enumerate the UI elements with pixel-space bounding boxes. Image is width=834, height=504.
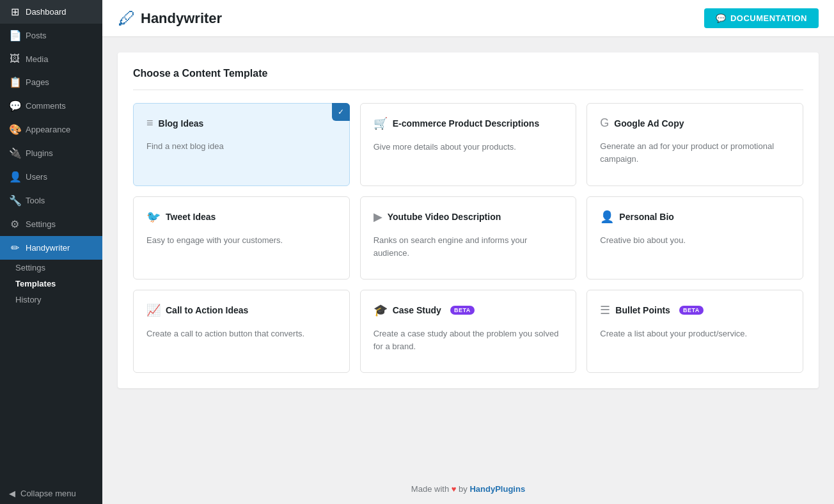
cards-grid: ✓ ≡ Blog Ideas Find a next blog idea 🛒 E… bbox=[133, 103, 803, 373]
card-title: Personal Bio bbox=[619, 212, 674, 222]
brand-icon: 🖊 bbox=[118, 8, 136, 29]
card-title: E-commerce Product Descriptions bbox=[393, 118, 540, 129]
card-desc: Give more details about your products. bbox=[374, 141, 563, 154]
appearance-icon: 🎨 bbox=[9, 123, 20, 136]
card-icon: 👤 bbox=[600, 210, 614, 224]
card-desc: Find a next blog idea bbox=[146, 140, 336, 153]
sidebar-item-media[interactable]: 🖼 Media bbox=[0, 47, 102, 70]
handyplugins-link[interactable]: HandyPlugins bbox=[469, 484, 525, 494]
sidebar-item-handywriter[interactable]: ✏ Handywriter bbox=[0, 236, 102, 260]
card-icon: G bbox=[600, 116, 609, 130]
sidebar-item-dashboard[interactable]: ⊞ Dashboard bbox=[0, 0, 102, 24]
card-icon: 🐦 bbox=[146, 210, 161, 224]
sidebar-sub-settings[interactable]: Settings bbox=[0, 260, 102, 276]
sidebar-item-appearance[interactable]: 🎨 Appearance bbox=[0, 118, 102, 141]
sidebar-item-posts[interactable]: 📄 Posts bbox=[0, 24, 102, 47]
posts-icon: 📄 bbox=[9, 29, 20, 42]
card-icon: 🛒 bbox=[374, 116, 388, 130]
topbar: 🖊 Handywriter 💬 DOCUMENTATION bbox=[102, 0, 834, 37]
card-case-study[interactable]: 🎓 Case Study BETA Create a case study ab… bbox=[360, 290, 577, 373]
brand-name: Handywriter bbox=[141, 10, 222, 27]
card-header: ☰ Bullet Points BETA bbox=[600, 303, 790, 317]
sidebar-item-tools[interactable]: 🔧 Tools bbox=[0, 189, 102, 212]
users-icon: 👤 bbox=[9, 171, 20, 183]
card-desc: Easy to engage with your customers. bbox=[146, 234, 336, 247]
card-title: Bullet Points bbox=[615, 305, 670, 315]
beta-badge: BETA bbox=[450, 306, 475, 315]
brand: 🖊 Handywriter bbox=[118, 8, 222, 29]
card-header: ≡ Blog Ideas bbox=[146, 116, 336, 130]
card-icon: ≡ bbox=[146, 116, 153, 130]
card-bullet-points[interactable]: ☰ Bullet Points BETA Create a list about… bbox=[586, 290, 803, 373]
card-header: 👤 Personal Bio bbox=[600, 210, 790, 224]
doc-icon: 💬 bbox=[716, 13, 727, 23]
card-tweet-ideas[interactable]: 🐦 Tweet Ideas Easy to engage with your c… bbox=[133, 196, 350, 280]
card-blog-ideas[interactable]: ✓ ≡ Blog Ideas Find a next blog idea bbox=[133, 103, 350, 186]
card-youtube-desc[interactable]: ▶ Youtube Video Description Ranks on sea… bbox=[360, 196, 577, 280]
sidebar: ⊞ Dashboard 📄 Posts 🖼 Media 📋 Pages 💬 Co… bbox=[0, 0, 102, 504]
documentation-button[interactable]: 💬 DOCUMENTATION bbox=[704, 8, 819, 28]
card-cta-ideas[interactable]: 📈 Call to Action Ideas Create a call to … bbox=[133, 290, 350, 373]
card-desc: Create a case study about the problem yo… bbox=[374, 327, 563, 352]
check-badge: ✓ bbox=[332, 103, 350, 121]
content-area: Choose a Content Template ✓ ≡ Blog Ideas… bbox=[102, 37, 834, 474]
media-icon: 🖼 bbox=[9, 53, 20, 65]
card-personal-bio[interactable]: 👤 Personal Bio Creative bio about you. bbox=[586, 196, 803, 280]
template-container: Choose a Content Template ✓ ≡ Blog Ideas… bbox=[118, 52, 819, 388]
card-icon: 🎓 bbox=[374, 303, 388, 317]
card-title: Youtube Video Description bbox=[388, 212, 501, 222]
card-title: Google Ad Copy bbox=[614, 118, 684, 129]
sidebar-item-settings[interactable]: ⚙ Settings bbox=[0, 212, 102, 236]
sidebar-item-plugins[interactable]: 🔌 Plugins bbox=[0, 141, 102, 165]
sidebar-item-users[interactable]: 👤 Users bbox=[0, 165, 102, 189]
dashboard-icon: ⊞ bbox=[9, 6, 20, 18]
card-icon: ▶ bbox=[374, 210, 382, 224]
card-desc: Create a list about your product/service… bbox=[600, 327, 790, 340]
card-google-ad[interactable]: G Google Ad Copy Generate an ad for your… bbox=[586, 103, 803, 186]
card-desc: Ranks on search engine and informs your … bbox=[374, 234, 563, 259]
card-header: 📈 Call to Action Ideas bbox=[146, 303, 336, 317]
card-title: Blog Ideas bbox=[159, 118, 204, 129]
collapse-icon: ◀ bbox=[9, 489, 15, 498]
card-desc: Create a call to action button that conv… bbox=[146, 327, 336, 340]
card-title: Case Study bbox=[393, 305, 441, 315]
handywriter-icon: ✏ bbox=[9, 242, 20, 254]
section-title: Choose a Content Template bbox=[133, 68, 803, 90]
heart-icon: ♥ bbox=[452, 484, 459, 494]
collapse-menu[interactable]: ◀ Collapse menu bbox=[0, 483, 102, 504]
settings-icon: ⚙ bbox=[9, 218, 20, 230]
card-title: Tweet Ideas bbox=[166, 212, 216, 222]
card-desc: Creative bio about you. bbox=[600, 234, 790, 247]
card-icon: 📈 bbox=[146, 303, 161, 317]
tools-icon: 🔧 bbox=[9, 194, 20, 207]
sidebar-sub-templates[interactable]: Templates bbox=[0, 276, 102, 292]
card-header: 🎓 Case Study BETA bbox=[374, 303, 563, 317]
card-header: 🛒 E-commerce Product Descriptions bbox=[374, 116, 563, 130]
card-title: Call to Action Ideas bbox=[166, 305, 248, 315]
comments-icon: 💬 bbox=[9, 100, 20, 112]
card-ecommerce[interactable]: 🛒 E-commerce Product Descriptions Give m… bbox=[360, 103, 577, 186]
sidebar-sub-history[interactable]: History bbox=[0, 292, 102, 308]
card-header: G Google Ad Copy bbox=[600, 116, 790, 130]
plugins-icon: 🔌 bbox=[9, 147, 20, 159]
card-desc: Generate an ad for your product or promo… bbox=[600, 140, 790, 165]
sidebar-item-pages[interactable]: 📋 Pages bbox=[0, 70, 102, 94]
main-area: 🖊 Handywriter 💬 DOCUMENTATION Choose a C… bbox=[102, 0, 834, 504]
sidebar-item-comments[interactable]: 💬 Comments bbox=[0, 94, 102, 118]
card-header: ▶ Youtube Video Description bbox=[374, 210, 563, 224]
card-header: 🐦 Tweet Ideas bbox=[146, 210, 336, 224]
footer: Made with ♥ by HandyPlugins bbox=[102, 474, 834, 504]
pages-icon: 📋 bbox=[9, 76, 20, 88]
beta-badge: BETA bbox=[679, 306, 704, 315]
card-icon: ☰ bbox=[600, 303, 610, 317]
